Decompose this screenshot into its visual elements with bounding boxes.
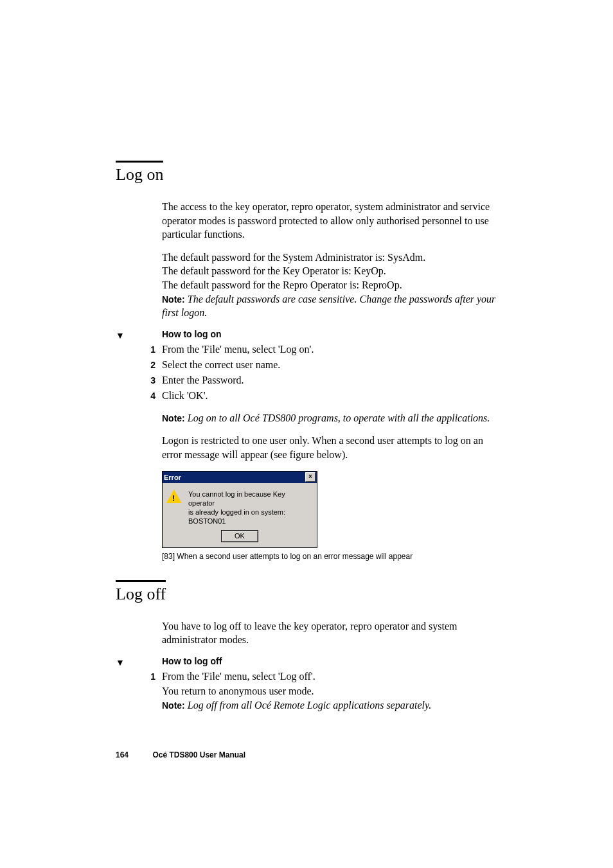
error-dialog: Error × You cannot log in because Key op… — [162, 471, 317, 548]
default-keyop: The default password for the Key Operato… — [162, 265, 386, 276]
intro-log-on: The access to the key operator, repro op… — [162, 200, 497, 242]
ok-button[interactable]: OK — [221, 530, 258, 542]
note-label: Note: — [162, 294, 185, 305]
step-row: 1 From the 'File' menu, select 'Log on'. — [116, 342, 497, 357]
default-reproop: The default password for the Repro Opera… — [162, 279, 402, 290]
step-row: 2 Select the correct user name. — [116, 357, 497, 373]
triangle-marker-icon: ▼ — [116, 659, 162, 668]
intro-log-off: You have to log off to leave the key ope… — [162, 619, 497, 647]
step-text: Select the correct user name. — [162, 357, 497, 373]
close-icon[interactable]: × — [305, 472, 315, 482]
default-passwords: The default password for the System Admi… — [162, 251, 497, 320]
doc-title: Océ TDS800 User Manual — [152, 750, 245, 759]
warning-icon — [166, 490, 182, 503]
procedure-title-logoff: How to log off — [162, 656, 222, 666]
step-number: 4 — [116, 389, 162, 403]
step-number: 3 — [116, 374, 162, 387]
dialog-title: Error — [164, 474, 181, 481]
dialog-message: You cannot log in because Key operator i… — [188, 490, 313, 526]
note-label: Note: — [162, 700, 185, 711]
step-row: 4 Click 'OK'. — [116, 388, 497, 403]
note-logon-all: Note: Log on to all Océ TDS800 programs,… — [162, 411, 497, 425]
dialog-titlebar: Error × — [163, 472, 317, 483]
figure-caption: [83] When a second user attempts to log … — [162, 552, 497, 561]
page-footer: 164 Océ TDS800 User Manual — [116, 750, 497, 759]
triangle-marker-icon: ▼ — [116, 332, 162, 341]
note-defaults-text: The default passwords are case sensitive… — [162, 294, 495, 319]
note-logoff-text: Log off from all Océ Remote Logic applic… — [188, 700, 431, 711]
default-sysadm: The default password for the System Admi… — [162, 252, 425, 263]
procedure-header-logon: ▼ How to log on — [116, 329, 497, 339]
dialog-msg-line2: is already logged in on system: BOSTON01 — [188, 508, 285, 525]
after-step-text: You return to anonymous user mode. — [162, 686, 314, 696]
step-text: Enter the Password. — [162, 373, 497, 388]
dialog-msg-line1: You cannot log in because Key operator — [188, 490, 285, 507]
heading-log-on: Log on — [116, 161, 163, 184]
step-text: From the 'File' menu, select 'Log off'. — [162, 669, 497, 684]
step-number: 2 — [116, 359, 162, 372]
page-number: 164 — [116, 750, 129, 759]
page: Log on The access to the key operator, r… — [0, 0, 613, 868]
note-label: Note: — [162, 413, 185, 423]
procedure-title-logon: How to log on — [162, 329, 222, 339]
procedure-header-logoff: ▼ How to log off — [116, 656, 497, 666]
step-row: 1 From the 'File' menu, select 'Log off'… — [116, 669, 497, 684]
logon-restriction: Logon is restricted to one user only. Wh… — [162, 434, 497, 461]
note-logon-all-text: Log on to all Océ TDS800 programs, to op… — [188, 412, 490, 423]
step-number: 1 — [116, 670, 162, 684]
step-number: 1 — [116, 343, 162, 357]
heading-log-off: Log off — [116, 580, 166, 604]
step-text: Click 'OK'. — [162, 388, 497, 403]
step-text: From the 'File' menu, select 'Log on'. — [162, 342, 497, 357]
step-row: 3 Enter the Password. — [116, 373, 497, 388]
